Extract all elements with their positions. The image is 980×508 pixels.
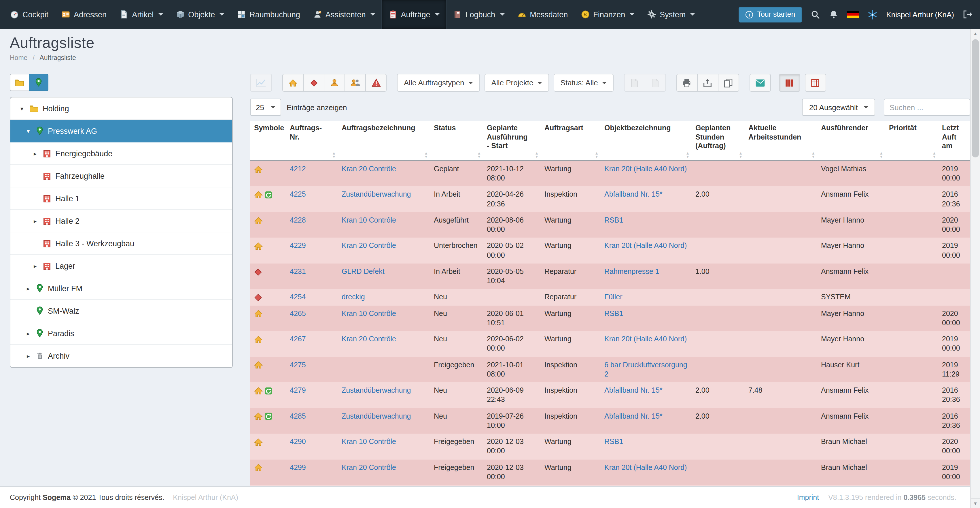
- warning-filter-button[interactable]: [365, 74, 387, 92]
- tree-expander-icon[interactable]: ▾: [18, 105, 25, 112]
- table-search-input[interactable]: [884, 99, 970, 116]
- chart-view-button[interactable]: [250, 74, 272, 92]
- export-button[interactable]: [697, 74, 718, 92]
- sort-icons[interactable]: ▲▼: [879, 152, 883, 158]
- table-row[interactable]: 4254dreckigNeuReparaturFüllerSYSTEM: [250, 289, 970, 306]
- nr-link[interactable]: 4275: [290, 361, 306, 369]
- scroll-up-arrow-icon[interactable]: ▲: [971, 29, 980, 38]
- logout-icon[interactable]: [963, 10, 972, 19]
- nav-item-artikel[interactable]: Artikel: [113, 0, 169, 29]
- location-view-button[interactable]: [29, 74, 48, 91]
- tree-expander-icon[interactable]: ▸: [25, 353, 32, 359]
- tree-expander-icon[interactable]: ▸: [32, 218, 38, 224]
- tree-item-archiv[interactable]: ▸Archiv: [10, 345, 232, 367]
- page-length-select[interactable]: 25: [250, 99, 282, 116]
- notifications-bell-icon[interactable]: [829, 10, 838, 19]
- tree-expander-icon[interactable]: ▸: [25, 285, 32, 291]
- defect-filter-button[interactable]: [303, 74, 325, 92]
- table-row[interactable]: 4275Freigegeben2021-10-01 08:00Inspektio…: [250, 357, 970, 382]
- nr-link[interactable]: 4231: [290, 268, 306, 276]
- scrollbar-thumb[interactable]: [972, 39, 979, 157]
- tour-button[interactable]: i Tour starten: [738, 6, 802, 22]
- tree-item-paradis[interactable]: ▸Paradis: [10, 322, 232, 345]
- tree-expander-icon[interactable]: ▸: [25, 330, 32, 337]
- tree-item-fahrzeughalle[interactable]: Fahrzeughalle: [10, 165, 232, 187]
- sort-icons[interactable]: ▲▼: [535, 152, 539, 158]
- objekt-link[interactable]: Füller: [605, 293, 622, 301]
- copy-button[interactable]: [718, 74, 739, 92]
- column-header-geplant_std[interactable]: Geplanten Stunden (Auftrag)▲▼: [691, 121, 745, 161]
- team-filter-button[interactable]: [345, 74, 366, 92]
- bezeichnung-link[interactable]: dreckig: [342, 293, 365, 301]
- user-menu[interactable]: Knispel Arthur (KnA): [886, 10, 954, 19]
- objekt-link[interactable]: 6 bar Druckluftversorgung 2: [605, 361, 687, 378]
- status-filter-dropdown[interactable]: Status: Alle: [554, 74, 614, 92]
- nav-item-cockpit[interactable]: Cockpit: [3, 0, 55, 29]
- sort-icons[interactable]: ▲▼: [811, 152, 815, 158]
- column-header-ausfuehrender[interactable]: Ausführender▲▼: [817, 121, 885, 161]
- bezeichnung-link[interactable]: Kran 20 Contrôle: [342, 165, 396, 173]
- objekt-link[interactable]: Abfallband Nr. 15*: [605, 387, 663, 395]
- bezeichnung-link[interactable]: Kran 20 Contrôle: [342, 242, 396, 250]
- sort-icons[interactable]: ▲▼: [424, 152, 428, 158]
- tree-item-holding[interactable]: ▾Holding: [10, 97, 232, 120]
- bezeichnung-link[interactable]: Kran 20 Contrôle: [342, 463, 396, 471]
- selected-count-dropdown[interactable]: 20 Ausgewählt: [802, 99, 875, 116]
- objekt-link[interactable]: Kran 20t (Halle A40 Nord): [605, 242, 687, 250]
- nr-link[interactable]: 4229: [290, 242, 306, 250]
- objekt-link[interactable]: RSB1: [605, 438, 623, 446]
- table-row[interactable]: 4290Kran 10 ContrôleFreigegeben2020-12-0…: [250, 434, 970, 459]
- tree-item-halle-1[interactable]: Halle 1: [10, 187, 232, 210]
- objekt-link[interactable]: RSB1: [605, 216, 623, 224]
- person-filter-button[interactable]: [324, 74, 345, 92]
- objekt-link[interactable]: Abfallband Nr. 15*: [605, 190, 663, 199]
- objekt-link[interactable]: Rahmenpresse 1: [605, 268, 659, 276]
- column-header-aktuelle_std[interactable]: Aktuelle Arbeitsstunden▲▼: [745, 121, 817, 161]
- table-row[interactable]: 4231GLRD DefektIn Arbeit2020-05-05 10:04…: [250, 264, 970, 289]
- bezeichnung-link[interactable]: Kran 10 Contrôle: [342, 438, 396, 446]
- sort-icons[interactable]: ▲▼: [686, 152, 690, 158]
- column-header-nr[interactable]: Auftrags-Nr.▲▼: [286, 121, 337, 161]
- tree-item-sm-walz[interactable]: SM-Walz: [10, 300, 232, 322]
- table-row[interactable]: 4229Kran 20 ContrôleUnterbrochen2020-05-…: [250, 238, 970, 264]
- column-header-status[interactable]: Status▲▼: [430, 121, 483, 161]
- table-row[interactable]: 4228Kran 10 ContrôleAusgeführt2020-08-06…: [250, 212, 970, 238]
- sort-icons[interactable]: ▲▼: [332, 152, 336, 158]
- bezeichnung-link[interactable]: Zustandüberwachung: [342, 387, 411, 395]
- document-button-2[interactable]: [645, 74, 666, 92]
- tree-item-muller-fm[interactable]: ▸Müller FM: [10, 277, 232, 300]
- table-row[interactable]: 4285ZustandüberwachungNeu2019-07-26 10:0…: [250, 408, 970, 434]
- home-order-filter-button[interactable]: [282, 74, 304, 92]
- bezeichnung-link[interactable]: Kran 10 Contrôle: [342, 309, 396, 318]
- nr-link[interactable]: 4225: [290, 190, 306, 199]
- order-type-filter-dropdown[interactable]: Alle Auftragstypen: [397, 74, 480, 92]
- column-header-objekt[interactable]: Objektbezeichnung▲▼: [600, 121, 691, 161]
- column-header-bezeichnung[interactable]: Auftragsbezeichnung▲▼: [337, 121, 430, 161]
- imprint-link[interactable]: Imprint: [797, 493, 819, 502]
- tree-expander-icon[interactable]: ▸: [32, 263, 38, 269]
- bezeichnung-link[interactable]: Kran 10 Contrôle: [342, 216, 396, 224]
- column-header-art[interactable]: Auftragsart▲▼: [541, 121, 600, 161]
- objekt-link[interactable]: Kran 20t (Halle A40 Nord): [605, 165, 687, 173]
- nr-link[interactable]: 4212: [290, 165, 306, 173]
- nav-item-raumbuchung[interactable]: Raumbuchung: [231, 0, 307, 29]
- nav-item-finanzen[interactable]: €Finanzen: [574, 0, 641, 29]
- table-config-button[interactable]: [805, 74, 826, 92]
- tree-expander-icon[interactable]: ▸: [32, 150, 38, 157]
- table-row[interactable]: 4299Kran 20 ContrôleFreigegeben2020-12-0…: [250, 459, 970, 485]
- table-row[interactable]: 4265Kran 10 ContrôleNeu2020-06-01 10:51W…: [250, 305, 970, 331]
- nav-item-objekte[interactable]: Objekte: [169, 0, 231, 29]
- folder-view-button[interactable]: [10, 74, 29, 91]
- bezeichnung-link[interactable]: Zustandüberwachung: [342, 412, 411, 420]
- nav-item-adressen[interactable]: Adressen: [55, 0, 113, 29]
- bezeichnung-link[interactable]: GLRD Defekt: [342, 268, 385, 276]
- objekt-link[interactable]: RSB1: [605, 309, 623, 318]
- tree-expander-icon[interactable]: ▾: [25, 128, 32, 134]
- table-row[interactable]: 4279ZustandüberwachungNeu2020-06-09 22:4…: [250, 382, 970, 408]
- column-header-prioritaet[interactable]: Priorität▲▼: [885, 121, 938, 161]
- bezeichnung-link[interactable]: Zustandüberwachung: [342, 190, 411, 199]
- tree-item-halle-3-werkzeugbau[interactable]: Halle 3 - Werkzeugbau: [10, 232, 232, 255]
- nav-item-logbuch[interactable]: Logbuch: [447, 0, 511, 29]
- sort-icons[interactable]: ▲▼: [932, 152, 936, 158]
- tree-item-energiegebaude[interactable]: ▸Energiegebäude: [10, 142, 232, 165]
